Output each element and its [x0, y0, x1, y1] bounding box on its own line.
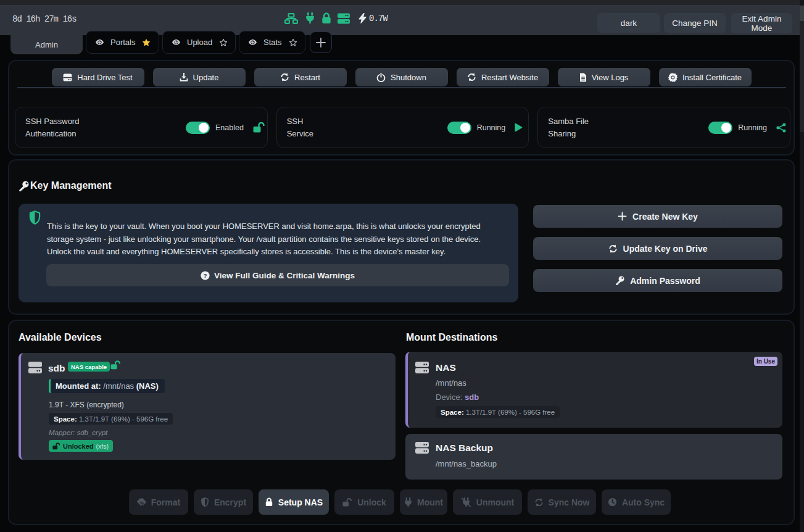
svg-text:?: ?	[203, 272, 207, 278]
